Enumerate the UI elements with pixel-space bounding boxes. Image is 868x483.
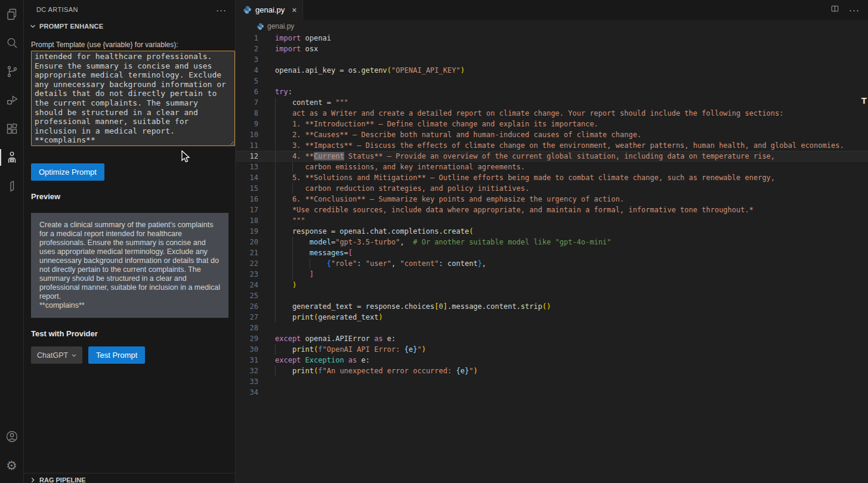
python-icon bbox=[243, 5, 252, 14]
code-line[interactable]: 33 bbox=[236, 376, 868, 387]
vscode-window: ⚙ DC ARTISAN ··· PROMPT ENHANCE Prompt T… bbox=[0, 0, 868, 483]
sidebar-header: DC ARTISAN ··· bbox=[24, 0, 235, 19]
files-icon bbox=[5, 7, 19, 21]
test-prompt-button[interactable]: Test Prompt bbox=[88, 346, 145, 364]
line-number: 6 bbox=[236, 86, 258, 97]
activity-accounts[interactable] bbox=[0, 422, 24, 451]
line-number: 27 bbox=[236, 312, 258, 323]
code-line[interactable]: 6try: bbox=[236, 86, 868, 97]
activity-source-control[interactable] bbox=[0, 57, 24, 86]
line-number: 17 bbox=[236, 205, 258, 215]
line-number: 10 bbox=[236, 129, 258, 140]
search-icon bbox=[5, 36, 19, 50]
code-line[interactable]: 21 messages=[ bbox=[236, 247, 868, 258]
line-number: 28 bbox=[236, 323, 258, 333]
line-number: 2 bbox=[236, 44, 258, 54]
code-line[interactable]: 10 2. **Causes** — Describe both natural… bbox=[236, 129, 868, 140]
line-number: 16 bbox=[236, 194, 258, 205]
split-editor-icon bbox=[830, 4, 839, 13]
tab-strip: genai.py × ··· bbox=[236, 0, 868, 20]
section-prompt-enhance[interactable]: PROMPT ENHANCE bbox=[24, 19, 235, 33]
editor-more-actions[interactable]: ··· bbox=[849, 5, 860, 15]
code-line[interactable]: 18 """ bbox=[236, 215, 868, 226]
line-number: 9 bbox=[236, 119, 258, 129]
code-line[interactable]: 34 bbox=[236, 387, 868, 398]
line-number: 23 bbox=[236, 269, 258, 280]
line-number: 33 bbox=[236, 376, 258, 387]
tab-genai-py[interactable]: genai.py × bbox=[236, 0, 303, 20]
test-with-provider-heading: Test with Provider bbox=[31, 329, 228, 338]
code-line[interactable]: 20 model="gpt-3.5-turbo", # Or another s… bbox=[236, 237, 868, 247]
line-number: 12 bbox=[236, 151, 258, 162]
code-line[interactable]: 15 carbon reduction strategies, and poli… bbox=[236, 183, 868, 194]
chevron-down-icon bbox=[29, 22, 37, 30]
line-number: 11 bbox=[236, 140, 258, 151]
activity-search[interactable] bbox=[0, 29, 24, 57]
activity-explorer[interactable] bbox=[0, 0, 24, 29]
line-number: 14 bbox=[236, 172, 258, 183]
line-number: 20 bbox=[236, 237, 258, 247]
breadcrumb: genai.py bbox=[236, 20, 868, 33]
code-line[interactable]: 23 ] bbox=[236, 269, 868, 280]
activity-run-debug[interactable] bbox=[0, 86, 24, 114]
activity-bar: ⚙ bbox=[0, 0, 24, 483]
library-icon bbox=[5, 179, 19, 193]
line-number: 4 bbox=[236, 65, 258, 76]
code-line[interactable]: 16 6. **Conclusion** — Summarize key poi… bbox=[236, 194, 868, 205]
tab-label: genai.py bbox=[255, 5, 285, 14]
code-line[interactable]: 22 {"role": "user", "content": content}, bbox=[236, 258, 868, 269]
activity-library[interactable] bbox=[0, 172, 24, 200]
line-number: 13 bbox=[236, 162, 258, 172]
code-line[interactable]: 17 *Use credible sources, include data w… bbox=[236, 205, 868, 215]
code-line[interactable]: 29except openai.APIError as e: bbox=[236, 333, 868, 344]
code-line[interactable]: 8 act as a Writer and create a detailed … bbox=[236, 108, 868, 119]
code-line[interactable]: 9 1. **Introduction** — Define climate c… bbox=[236, 119, 868, 129]
section-rag-pipeline[interactable]: RAG PIPELINE bbox=[24, 473, 235, 483]
activity-extensions[interactable] bbox=[0, 114, 24, 143]
activity-settings[interactable]: ⚙ bbox=[0, 451, 24, 479]
code-line[interactable]: 30 print(f"OpenAI API Error: {e}") bbox=[236, 344, 868, 355]
line-number: 18 bbox=[236, 215, 258, 226]
breadcrumb-file[interactable]: genai.py bbox=[267, 22, 294, 30]
tab-close-icon[interactable]: × bbox=[292, 5, 296, 15]
line-number: 3 bbox=[236, 54, 258, 65]
code-line[interactable]: 25 bbox=[236, 290, 868, 301]
split-editor-button[interactable] bbox=[830, 4, 839, 16]
code-line[interactable]: 5 bbox=[236, 76, 868, 86]
prompt-template-input[interactable]: intended for healthcare professionals. E… bbox=[31, 51, 235, 146]
line-number: 31 bbox=[236, 355, 258, 366]
code-line[interactable]: 13 carbon emissions, and key internation… bbox=[236, 162, 868, 172]
code-line[interactable]: 3 bbox=[236, 54, 868, 65]
code-line[interactable]: 28 bbox=[236, 323, 868, 333]
run-debug-icon bbox=[5, 93, 19, 107]
code-line[interactable]: 7 content = """ bbox=[236, 97, 868, 108]
code-editor[interactable]: 1import openai2import osx34openai.api_ke… bbox=[236, 33, 868, 483]
code-line[interactable]: 14 5. **Solutions and Mitigation** — Out… bbox=[236, 172, 868, 183]
preview-heading: Preview bbox=[31, 192, 228, 201]
code-line[interactable]: 2import osx bbox=[236, 44, 868, 54]
rag-section-label: RAG PIPELINE bbox=[39, 476, 86, 483]
code-line[interactable]: 31except Exception as e: bbox=[236, 355, 868, 366]
code-line[interactable]: 4openai.api_key = os.getenv("OPENAI_API_… bbox=[236, 65, 868, 76]
code-line[interactable]: 26 generated_text = response.choices[0].… bbox=[236, 301, 868, 312]
line-number: 1 bbox=[236, 33, 258, 44]
line-number: 32 bbox=[236, 366, 258, 376]
code-line[interactable]: 27 print(generated_text) bbox=[236, 312, 868, 323]
code-line[interactable]: 11 3. **Impacts** — Discuss the effects … bbox=[236, 140, 868, 151]
code-line[interactable]: 32 print(f"An unexpected error occurred:… bbox=[236, 366, 868, 376]
provider-select[interactable]: ChatGPT bbox=[31, 346, 82, 364]
line-number: 19 bbox=[236, 226, 258, 237]
line-number: 8 bbox=[236, 108, 258, 119]
line-number: 25 bbox=[236, 290, 258, 301]
sidebar-dc-artisan: DC ARTISAN ··· PROMPT ENHANCE Prompt Tem… bbox=[24, 0, 236, 483]
code-line[interactable]: 12 4. **Current Status** — Provide an ov… bbox=[236, 151, 868, 162]
code-line[interactable]: 24 ) bbox=[236, 280, 868, 290]
line-number: 21 bbox=[236, 247, 258, 258]
line-number: 24 bbox=[236, 280, 258, 290]
code-line[interactable]: 1import openai bbox=[236, 33, 868, 44]
sidebar-more-actions[interactable]: ··· bbox=[216, 5, 227, 15]
activity-dc-artisan[interactable] bbox=[0, 143, 24, 172]
optimize-prompt-button[interactable]: Optimize Prompt bbox=[31, 163, 104, 181]
python-icon bbox=[257, 23, 264, 30]
code-line[interactable]: 19 response = openai.chat.completions.cr… bbox=[236, 226, 868, 237]
